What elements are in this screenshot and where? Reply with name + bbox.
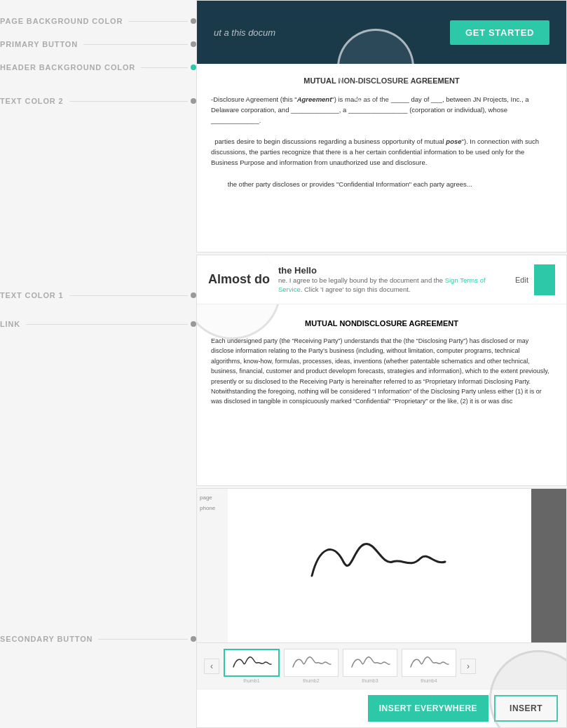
- dark-overlay: [531, 489, 566, 642]
- sig-thumb-2[interactable]: [284, 649, 339, 677]
- sidebar-label-text-color-2: TEXT COLOR 2: [0, 97, 64, 105]
- signature-display: page phone: [197, 489, 566, 642]
- almost-done-overlay: Almost do the Hello ne. I agree to be le…: [197, 255, 566, 304]
- sig-thumb-svg-1: [231, 653, 273, 673]
- sig-thumb-wrapper-4: thumb4: [402, 649, 456, 683]
- sidebar-line-2: [83, 44, 188, 45]
- sig-thumb-svg-3: [349, 653, 391, 673]
- sig-thumb-label-2: thumb2: [284, 678, 339, 683]
- doc-text-2: parties desire to begin discussions rega…: [211, 136, 552, 168]
- terms-link[interactable]: Sign Terms of Service: [278, 276, 486, 293]
- bottom-buttons: INSERT EVERYWHERE INSERT: [197, 689, 566, 727]
- sidebar-dot-6: [191, 321, 196, 327]
- signature-main: [291, 520, 473, 612]
- sidebar-dot-5: [191, 292, 196, 298]
- sidebar-label-text-color-1: TEXT COLOR 1: [0, 291, 64, 299]
- sig-thumb-label-1: thumb1: [224, 678, 280, 683]
- sig-thumb-label-4: thumb4: [402, 678, 456, 683]
- sig-thumb-wrapper-1: thumb1: [224, 649, 280, 683]
- almost-done-text: Almost do: [208, 272, 270, 287]
- sig-thumb-svg-2: [290, 653, 332, 673]
- sidebar-label-primary-btn: PRIMARY BUTTON: [0, 40, 78, 48]
- sidebar-label-header-bg: HEADER BACKGROUND COLOR: [0, 63, 135, 72]
- sidebar-label-link: LINK: [0, 320, 20, 328]
- doc-content-1: MUTUAL NON-DISCLOSURE AGREEMENT -Disclos…: [197, 64, 566, 201]
- sidebar-dot-2: [191, 41, 196, 47]
- panel-signature: page phone ‹ thumb1: [196, 488, 567, 728]
- sidebar-dot-4: [191, 98, 196, 104]
- signature-svg: [305, 527, 459, 597]
- sidebar-line-3: [141, 67, 188, 68]
- sidebar-item-link[interactable]: LINK: [0, 320, 196, 328]
- edit-button[interactable]: Edit: [515, 276, 528, 284]
- sidebar-line-5: [69, 295, 188, 296]
- get-started-button[interactable]: GET STARTED: [450, 20, 549, 45]
- doc-text-3: the other party discloses or provides "C…: [211, 179, 552, 189]
- doc-text-1: -Disclosure Agreement (this "Agreement")…: [211, 94, 552, 126]
- sidebar-dot-7: [191, 636, 196, 642]
- sig-thumb-3[interactable]: [343, 649, 397, 677]
- doc-title-1: MUTUAL NON-DISCLOSURE AGREEMENT: [211, 75, 552, 87]
- carousel-prev-button[interactable]: ‹: [204, 659, 219, 674]
- doc-header-text: ut a this docum: [214, 27, 275, 38]
- sidebar-item-text-color-1[interactable]: TEXT COLOR 1: [0, 291, 196, 299]
- contact-page-label: page: [200, 494, 225, 501]
- sidebar-item-primary-btn[interactable]: PRIMARY BUTTON: [0, 40, 196, 48]
- sig-thumb-svg-4: [408, 653, 450, 673]
- doc-header: ut a this docum GET STARTED: [197, 1, 566, 64]
- sidebar-line-1: [128, 21, 188, 22]
- contact-form-overlay: page phone: [197, 489, 228, 642]
- nda-section: MUTUAL NONDISCLOSURE AGREEMENT Each unde…: [197, 308, 566, 418]
- sidebar-item-page-bg[interactable]: PAGE BACKGROUND COLOR: [0, 17, 196, 25]
- sidebar-dot-1: [191, 18, 196, 24]
- agree-bar[interactable]: [534, 264, 555, 295]
- sig-thumb-wrapper-2: thumb2: [284, 649, 339, 683]
- contact-phone-label: phone: [200, 505, 225, 511]
- insert-everywhere-button[interactable]: INSERT EVERYWHERE: [368, 695, 489, 722]
- sidebar-item-secondary-btn[interactable]: SECONDARY BUTTON: [0, 635, 196, 643]
- panel-document-header: ut a this docum GET STARTED MUTUAL NON-D…: [196, 0, 567, 252]
- sig-thumb-1[interactable]: [224, 649, 280, 677]
- sidebar: PAGE BACKGROUND COLOR PRIMARY BUTTON HEA…: [0, 0, 196, 728]
- sig-thumb-4[interactable]: [402, 649, 456, 677]
- panel-almost-done: Almost do the Hello ne. I agree to be le…: [196, 255, 567, 486]
- main-area: ut a this docum GET STARTED MUTUAL NON-D…: [196, 0, 567, 728]
- sidebar-dot-3: [191, 65, 196, 70]
- insert-button[interactable]: INSERT: [494, 695, 558, 722]
- sidebar-line-7: [98, 639, 188, 640]
- sidebar-label-secondary-btn: SECONDARY BUTTON: [0, 635, 93, 643]
- nda-text: Each undersigned party (the “Receiving P…: [211, 336, 552, 407]
- signature-carousel: ‹ thumb1 thumb2: [197, 642, 566, 689]
- sidebar-line-6: [26, 324, 188, 325]
- sig-thumb-label-3: thumb3: [343, 678, 397, 683]
- agreement-text: ne. I agree to be legally bound by the d…: [278, 276, 508, 295]
- sidebar-label-page-bg: PAGE BACKGROUND COLOR: [0, 17, 123, 25]
- sidebar-item-text-color-2[interactable]: TEXT COLOR 2: [0, 97, 196, 105]
- sidebar-line-4: [69, 101, 188, 102]
- carousel-next-button[interactable]: ›: [460, 659, 476, 674]
- hellos-text: the Hello: [278, 265, 508, 276]
- nda-title: MUTUAL NONDISCLOSURE AGREEMENT: [211, 319, 552, 328]
- sig-thumb-wrapper-3: thumb3: [343, 649, 397, 683]
- sidebar-item-header-bg[interactable]: HEADER BACKGROUND COLOR: [0, 63, 196, 72]
